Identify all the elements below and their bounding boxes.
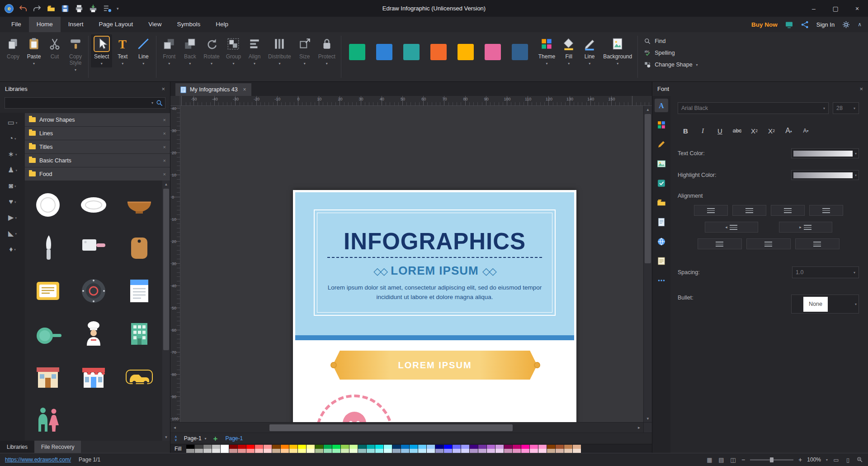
customize-toolbar-caret-icon[interactable]: ▾: [117, 6, 119, 11]
dropdown-caret-icon[interactable]: ▾: [122, 62, 123, 65]
zoom-lens-icon[interactable]: [856, 456, 863, 463]
align-left-button[interactable]: [694, 205, 728, 216]
fill-button[interactable]: Fill▾: [558, 34, 579, 67]
infographic-subtitle[interactable]: ◇◇ LOREM IPSUM ◇◇: [293, 264, 576, 278]
palette-color-11[interactable]: [272, 445, 281, 453]
canvas-viewport[interactable]: INFOGRAPHICS ◇◇ LOREM IPSUM ◇◇ Lorem ips…: [180, 106, 643, 422]
palette-color-20[interactable]: [349, 445, 358, 453]
panel-icon-library[interactable]: [655, 196, 668, 209]
palette-swatch-light[interactable]: [264, 449, 272, 453]
library-category-basic-shapes[interactable]: ▭▾: [8, 119, 18, 126]
format-inc-button[interactable]: A: [782, 125, 796, 137]
menu-tab-help[interactable]: Help: [208, 17, 236, 32]
close-libraries-icon[interactable]: ×: [161, 86, 165, 92]
print-icon[interactable]: [75, 4, 84, 13]
palette-color-12[interactable]: [281, 445, 289, 453]
menu-tab-insert[interactable]: Insert: [61, 17, 91, 32]
symbol-frying-pan[interactable]: [33, 319, 62, 348]
palette-swatch-top[interactable]: [538, 445, 547, 449]
library-group-basic-charts[interactable]: Basic Charts×: [25, 154, 170, 167]
palette-swatch-top[interactable]: [324, 445, 332, 449]
palette-swatch-top[interactable]: [221, 445, 229, 449]
palette-swatch-top[interactable]: [203, 445, 212, 449]
close-library-icon[interactable]: ×: [163, 158, 166, 163]
palette-swatch-light[interactable]: [315, 449, 323, 453]
palette-color-39[interactable]: [513, 445, 521, 453]
redo-icon[interactable]: [33, 4, 42, 13]
palette-swatch-top[interactable]: [461, 445, 469, 449]
panel-icon-font[interactable]: A: [655, 99, 668, 112]
infographic-octopus-badge[interactable]: [316, 395, 393, 422]
fit-page-icon[interactable]: ▯: [844, 456, 851, 463]
align-center-button[interactable]: [732, 205, 766, 216]
palette-swatch-light[interactable]: [307, 449, 315, 453]
palette-swatch-top[interactable]: [556, 445, 564, 449]
format-strike-button[interactable]: abc: [730, 125, 744, 137]
palette-swatch-top[interactable]: [281, 445, 289, 449]
page[interactable]: INFOGRAPHICS ◇◇ LOREM IPSUM ◇◇ Lorem ips…: [293, 190, 576, 422]
palette-color-23[interactable]: [375, 445, 384, 453]
palette-color-21[interactable]: [358, 445, 367, 453]
palette-color-2[interactable]: [195, 445, 203, 453]
palette-swatch-top[interactable]: [315, 445, 323, 449]
dropdown-caret-icon[interactable]: ▾: [546, 62, 547, 65]
palette-color-31[interactable]: [444, 445, 453, 453]
palette-swatch-light[interactable]: [281, 449, 289, 453]
settings-gear-icon[interactable]: [842, 20, 850, 29]
library-category-effects[interactable]: ♦▾: [9, 246, 16, 253]
palette-swatch-light[interactable]: [478, 449, 486, 453]
palette-swatch-top[interactable]: [435, 445, 443, 449]
palette-swatch-light[interactable]: [435, 449, 443, 453]
palette-swatch-top[interactable]: [427, 445, 435, 449]
palette-swatch-top[interactable]: [195, 445, 203, 449]
open-icon[interactable]: [47, 4, 56, 13]
palette-color-16[interactable]: [315, 445, 324, 453]
palette-color-19[interactable]: [341, 445, 349, 453]
quick-color-swatch-3[interactable]: [403, 44, 420, 60]
close-button[interactable]: ×: [846, 0, 868, 17]
bullet-none-option[interactable]: None: [803, 297, 828, 312]
palette-color-14[interactable]: [298, 445, 307, 453]
add-page-button[interactable]: +: [213, 435, 218, 442]
scroll-right-icon[interactable]: ►: [635, 423, 643, 433]
quick-color-swatch-5[interactable]: [458, 44, 474, 60]
symbol-knife[interactable]: [33, 233, 62, 262]
symbol-cutting-board[interactable]: [125, 233, 154, 262]
palette-color-1[interactable]: [186, 445, 195, 453]
palette-swatch-top[interactable]: [332, 445, 340, 449]
quick-color-swatch-6[interactable]: [485, 44, 501, 60]
palette-swatch-light[interactable]: [238, 449, 246, 453]
sign-in-link[interactable]: Sign In: [816, 21, 835, 28]
change-shape-button[interactable]: Change Shape▾: [644, 61, 698, 68]
grid-view-icon[interactable]: ▦: [706, 456, 713, 463]
scroll-left-icon[interactable]: ◄: [170, 423, 179, 433]
library-group-lines[interactable]: Lines×: [25, 127, 170, 140]
palette-swatch-light[interactable]: [203, 449, 212, 453]
palette-swatch-top[interactable]: [530, 445, 538, 449]
palette-swatch-top[interactable]: [298, 445, 306, 449]
palette-swatch-light[interactable]: [375, 449, 383, 453]
dropdown-caret-icon[interactable]: ▾: [278, 62, 280, 65]
save-icon[interactable]: [61, 4, 70, 13]
pages-view-icon[interactable]: ▤: [718, 456, 725, 463]
zoom-slider[interactable]: [750, 459, 793, 461]
format-italic-button[interactable]: I: [696, 125, 710, 137]
palette-swatch-light[interactable]: [341, 449, 349, 453]
symbol-cleaver[interactable]: [79, 233, 108, 262]
library-group-food[interactable]: Food×: [25, 167, 170, 181]
palette-swatch-light[interactable]: [427, 449, 435, 453]
palette-swatch-light[interactable]: [573, 449, 581, 453]
palette-color-15[interactable]: [307, 445, 315, 453]
symbol-plate-round[interactable]: [33, 190, 62, 219]
text-button[interactable]: TText▾: [112, 34, 133, 67]
scroll-up-icon[interactable]: ▲: [644, 106, 652, 113]
palette-swatch-light[interactable]: [255, 449, 263, 453]
panel-icon-note[interactable]: [655, 254, 668, 268]
scroll-up-icon[interactable]: ▲: [162, 181, 170, 188]
palette-swatch-top[interactable]: [418, 445, 426, 449]
left-tab-libraries[interactable]: Libraries: [0, 441, 34, 453]
palette-swatch-top[interactable]: [375, 445, 383, 449]
symbol-plate-oval[interactable]: [79, 190, 108, 219]
page-scroll-chevrons[interactable]: ∧∨: [175, 435, 177, 442]
symbol-stove-burner[interactable]: [79, 276, 108, 305]
